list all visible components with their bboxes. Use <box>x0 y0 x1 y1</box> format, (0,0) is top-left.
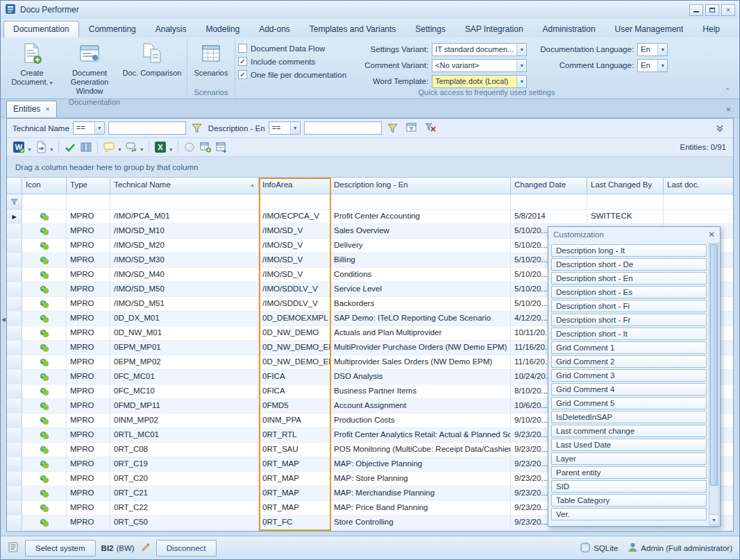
doc-comparison-button[interactable]: Doc. Comparison <box>120 40 184 85</box>
column-header-technical-name[interactable]: Technical Name▲ <box>110 178 259 194</box>
customization-item-description-short-fr[interactable]: Description short - Fr <box>551 314 707 326</box>
ribbon-tab-commenting[interactable]: Commenting <box>79 21 146 37</box>
table-row[interactable]: ▶MPRO/IMO/PCA_M01/IMO/ECPCA_VProfit Cent… <box>7 210 733 224</box>
status-sphere-icon[interactable] <box>182 139 197 155</box>
customization-item-grid-comment-5[interactable]: Grid Comment 5 <box>551 397 707 409</box>
filter-cell-description-long-en[interactable] <box>330 194 511 210</box>
scenarios-button[interactable]: Scenarios <box>190 40 232 85</box>
table-view-icon[interactable] <box>214 139 229 155</box>
column-header-infoarea[interactable]: InfoArea <box>259 178 330 194</box>
ribbon-tab-settings[interactable]: Settings <box>405 21 455 37</box>
column-header-description-long-en[interactable]: Description long - En <box>330 178 511 194</box>
chevron-down-icon[interactable]: ▼ <box>49 147 54 152</box>
ribbon-tab-help[interactable]: Help <box>693 21 730 37</box>
customization-item-layer[interactable]: Layer <box>551 452 707 465</box>
customization-item-last-comment-change[interactable]: Last comment change <box>551 425 707 437</box>
ribbon-tab-sap-integration[interactable]: SAP Integration <box>455 21 533 37</box>
apply-filter-2-icon[interactable] <box>385 121 401 136</box>
filter-cell-technical-name[interactable] <box>110 194 259 210</box>
edit-system-icon[interactable] <box>140 542 151 554</box>
documentation-language-select[interactable]: En▼ <box>637 43 668 56</box>
ribbon-tab-documentation[interactable]: Documentation <box>3 21 79 37</box>
column-header-icon[interactable]: Icon <box>22 178 67 194</box>
column-header-last-doc[interactable]: Last doc. <box>664 178 733 194</box>
group-by-bar[interactable]: Drag a column header here to group by th… <box>7 157 733 178</box>
grid-filter-row[interactable] <box>7 194 733 210</box>
column-header-changed-date[interactable]: Changed Date <box>511 178 587 194</box>
description-filter-input[interactable] <box>304 121 382 135</box>
excel-export-icon[interactable]: X <box>153 139 168 155</box>
filter-cell-last-doc[interactable] <box>664 194 733 210</box>
filter-cell-last-changed-by[interactable] <box>587 194 664 210</box>
chevron-down-icon[interactable]: ▼ <box>117 147 122 152</box>
scroll-down-button[interactable]: ▼ <box>709 514 718 525</box>
checkbox-one-file-per-documentation[interactable]: One file per documentation <box>238 70 346 79</box>
customization-item-grid-comment-4[interactable]: Grid Comment 4 <box>551 383 707 396</box>
customization-scrollbar[interactable]: ▼ <box>709 243 719 525</box>
checkbox-document-data-flow[interactable]: Document Data Flow <box>238 44 346 53</box>
create-document-button[interactable]: Create Document.▾ <box>5 40 59 90</box>
technical-name-filter-input[interactable] <box>108 121 186 135</box>
customization-item-description-short-de[interactable]: Description short - De <box>551 258 707 271</box>
filter-cell-changed-date[interactable] <box>511 194 587 210</box>
customization-item-grid-comment-3[interactable]: Grid Comment 3 <box>551 369 707 382</box>
maximize-button[interactable] <box>705 4 719 16</box>
disconnect-button[interactable]: Disconnect <box>156 540 217 557</box>
comment-variant-select[interactable]: <No variant>▼ <box>432 59 527 72</box>
customization-item-description-short-en[interactable]: Description short - En <box>551 272 707 285</box>
ribbon-tab-templates-and-variants[interactable]: Templates and Variants <box>300 21 406 37</box>
log-icon[interactable] <box>8 541 19 555</box>
filter-cell-infoarea[interactable] <box>259 194 330 210</box>
customization-item-description-long-it[interactable]: Description long - It <box>551 244 707 257</box>
customization-item-description-short-it[interactable]: Description short - It <box>551 328 707 340</box>
select-system-button[interactable]: Select system <box>25 540 96 557</box>
column-header-last-changed-by[interactable]: Last Changed By <box>587 178 664 194</box>
scrollbar-thumb[interactable] <box>710 244 718 486</box>
checkbox-include-comments[interactable]: Include comments <box>238 57 346 66</box>
pane-close-button[interactable]: × <box>723 104 734 117</box>
comment-language-select[interactable]: En▼ <box>637 59 668 72</box>
customization-item-last-used-date[interactable]: Last Used Date <box>551 439 707 451</box>
customization-item-isdeletedinsap[interactable]: IsDeletedInSAP <box>551 411 707 423</box>
customization-item-description-short-es[interactable]: Description short - Es <box>551 286 707 298</box>
ribbon-tab-analysis[interactable]: Analysis <box>146 21 196 37</box>
description-operator-select[interactable]: ==▼ <box>269 121 301 135</box>
customization-item-grid-comment-1[interactable]: Grid Comment 1 <box>551 341 707 354</box>
collapse-left-panel-arrow[interactable]: ◀ <box>1 316 6 323</box>
filter-editor-icon[interactable] <box>404 121 419 136</box>
apply-filter-icon[interactable] <box>190 121 205 136</box>
chevron-down-icon[interactable]: ▼ <box>27 147 32 152</box>
filter-cell-type[interactable] <box>67 194 110 210</box>
customization-item-parent-entity[interactable]: Parent entity <box>551 466 707 479</box>
collapse-ribbon-button[interactable]: ⌃ <box>721 85 734 96</box>
word-template-select[interactable]: Template.dotx (Local)▼ <box>432 75 527 88</box>
clear-filter-icon[interactable] <box>423 121 438 136</box>
ribbon-tab-modeling[interactable]: Modeling <box>196 21 249 37</box>
chevron-down-icon[interactable]: ▼ <box>140 147 144 152</box>
comment-icon[interactable] <box>101 139 117 155</box>
ribbon-tab-administration[interactable]: Administration <box>533 21 605 37</box>
spell-check-icon[interactable] <box>62 139 78 155</box>
document-generation-window-button[interactable]: Document Generation Window <box>59 40 120 98</box>
close-button[interactable]: × <box>721 4 735 16</box>
document-export-icon[interactable] <box>33 139 49 155</box>
customization-titlebar[interactable]: Customization ✕ <box>548 227 720 242</box>
customization-item-description-short-fi[interactable]: Description short - Fi <box>551 300 707 312</box>
ribbon-tab-add-ons[interactable]: Add-ons <box>249 21 300 37</box>
technical-name-operator-select[interactable]: ==▼ <box>73 121 105 135</box>
minimize-button[interactable] <box>689 4 703 16</box>
chevron-down-icon[interactable]: ▼ <box>169 147 174 152</box>
customization-item-sid[interactable]: SID <box>551 480 707 493</box>
columns-icon[interactable] <box>78 139 94 155</box>
filter-cell-icon[interactable] <box>22 194 67 210</box>
customization-item-ver[interactable]: Ver. <box>551 508 707 520</box>
comment-refresh-icon[interactable] <box>124 139 139 155</box>
column-header-type[interactable]: Type <box>67 178 110 194</box>
settings-variant-select[interactable]: IT standard documen...▼ <box>432 43 527 56</box>
customization-close-icon[interactable]: ✕ <box>708 230 715 239</box>
search-options-button[interactable] <box>712 121 728 136</box>
table-add-icon[interactable] <box>198 139 213 155</box>
ribbon-tab-user-management[interactable]: User Management <box>605 21 693 37</box>
customization-item-grid-comment-2[interactable]: Grid Comment 2 <box>551 355 707 368</box>
customization-item-table-category[interactable]: Table Category <box>551 494 707 507</box>
